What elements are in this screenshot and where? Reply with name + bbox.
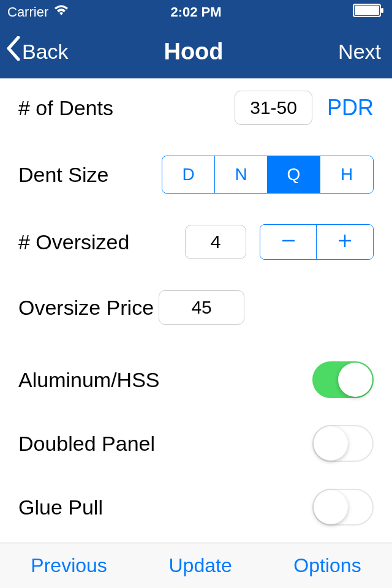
oversized-stepper bbox=[260, 224, 374, 260]
aluminum-toggle[interactable] bbox=[312, 361, 374, 398]
glue-toggle[interactable] bbox=[312, 489, 374, 526]
status-right bbox=[259, 4, 385, 21]
row-oversized: # Oversized 4 bbox=[18, 224, 374, 260]
nav-bar: Back Hood Next bbox=[0, 24, 392, 78]
size-option-q[interactable]: Q bbox=[268, 156, 320, 193]
toggle-knob bbox=[314, 426, 348, 461]
status-left: Carrier bbox=[7, 4, 133, 20]
price-label: Oversize Price bbox=[18, 296, 154, 320]
back-label: Back bbox=[22, 40, 69, 64]
glue-label: Glue Pull bbox=[18, 496, 312, 519]
size-option-n[interactable]: N bbox=[215, 156, 268, 193]
dents-value[interactable]: 31-50 bbox=[235, 91, 312, 125]
toggle-knob bbox=[314, 490, 348, 524]
aluminum-label: Aluminum/HSS bbox=[18, 368, 312, 392]
next-button[interactable]: Next bbox=[256, 40, 386, 64]
doubled-label: Doubled Panel bbox=[18, 432, 312, 456]
battery-icon bbox=[353, 4, 385, 21]
wifi-icon bbox=[53, 4, 69, 20]
stepper-minus[interactable] bbox=[260, 225, 317, 259]
stepper-plus[interactable] bbox=[317, 225, 373, 259]
options-button[interactable]: Options bbox=[293, 554, 361, 577]
dent-size-label: Dent Size bbox=[18, 163, 162, 187]
bottom-toolbar: Previous Update Options bbox=[0, 543, 392, 588]
pdr-link[interactable]: PDR bbox=[327, 95, 374, 121]
minus-icon bbox=[280, 232, 297, 252]
chevron-left-icon bbox=[6, 36, 21, 65]
content-area: # of Dents 31-50 PDR Dent Size D N Q H #… bbox=[0, 78, 392, 544]
svg-rect-2 bbox=[381, 8, 383, 13]
toggle-knob bbox=[338, 363, 372, 397]
dent-size-segmented: D N Q H bbox=[162, 156, 374, 194]
dents-label: # of Dents bbox=[18, 96, 235, 120]
carrier-label: Carrier bbox=[7, 4, 48, 20]
status-time: 2:02 PM bbox=[133, 4, 258, 20]
row-dents: # of Dents 31-50 PDR bbox=[18, 91, 374, 125]
previous-button[interactable]: Previous bbox=[31, 554, 107, 577]
update-button[interactable]: Update bbox=[169, 554, 232, 577]
plus-icon bbox=[336, 232, 353, 252]
doubled-toggle[interactable] bbox=[312, 425, 374, 462]
price-value[interactable]: 45 bbox=[159, 290, 244, 325]
page-title: Hood bbox=[131, 39, 256, 65]
oversized-value[interactable]: 4 bbox=[185, 225, 246, 259]
status-bar: Carrier 2:02 PM bbox=[0, 0, 392, 24]
row-glue: Glue Pull bbox=[18, 489, 374, 526]
size-option-d[interactable]: D bbox=[162, 156, 215, 193]
back-button[interactable]: Back bbox=[6, 39, 131, 65]
row-oversize-price: Oversize Price 45 bbox=[18, 290, 374, 325]
size-option-h[interactable]: H bbox=[320, 156, 373, 193]
row-doubled: Doubled Panel bbox=[18, 425, 374, 462]
row-dent-size: Dent Size D N Q H bbox=[18, 156, 374, 194]
row-aluminum: Aluminum/HSS bbox=[18, 361, 374, 398]
svg-rect-1 bbox=[355, 6, 379, 15]
